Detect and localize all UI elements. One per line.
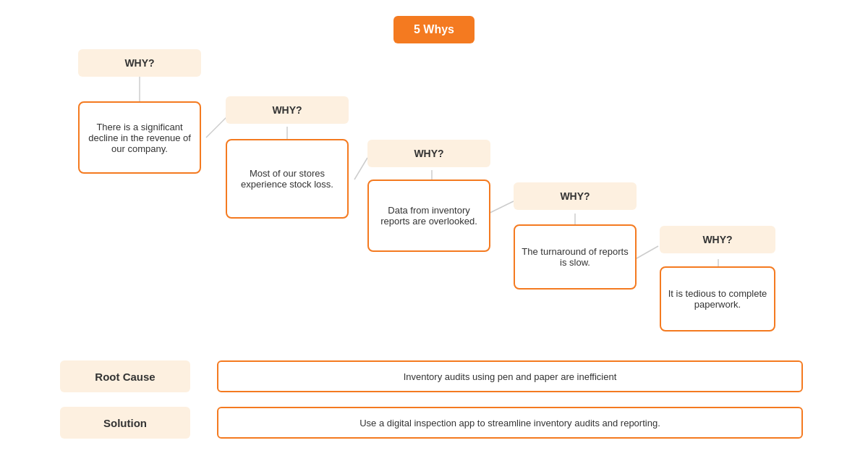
solution-label: Solution — [60, 407, 190, 439]
root-cause-label: Root Cause — [60, 360, 190, 392]
content-box-1: There is a significant decline in the re… — [78, 101, 201, 174]
solution-content: Use a digital inspection app to streamli… — [217, 407, 803, 439]
root-cause-content: Inventory audits using pen and paper are… — [217, 360, 803, 392]
content-box-4: The turnaround of reports is slow. — [514, 224, 637, 290]
why-label-2: WHY? — [226, 96, 349, 124]
content-box-3: Data from inventory reports are overlook… — [367, 180, 490, 252]
why-label-4: WHY? — [514, 182, 637, 210]
why-label-5: WHY? — [660, 226, 775, 253]
svg-line-7 — [637, 246, 658, 258]
content-box-5: It is tedious to complete paperwork. — [660, 266, 775, 332]
page-title: 5 Whys — [393, 16, 475, 43]
page-container: 5 Whys WHY? There is a significant decli… — [0, 0, 868, 456]
content-box-2: Most of our stores experience stock loss… — [226, 139, 349, 219]
why-label-1: WHY? — [78, 49, 201, 77]
svg-line-1 — [206, 116, 228, 138]
svg-line-3 — [354, 158, 367, 180]
why-label-3: WHY? — [367, 140, 490, 167]
